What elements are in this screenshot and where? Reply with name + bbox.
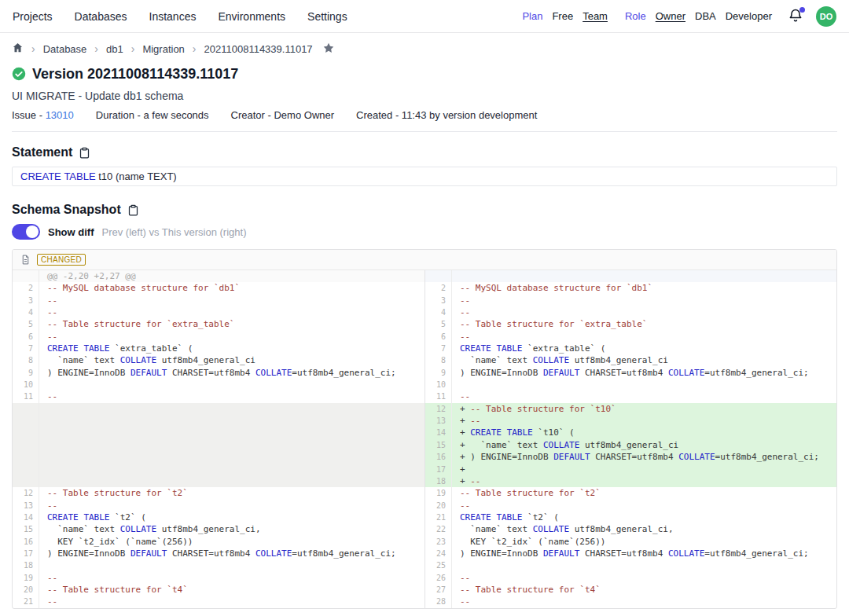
code-line: [452, 270, 836, 282]
diff-row: 22 `name` text COLLATE utf8mb4_general_c…: [425, 523, 836, 535]
show-diff-toggle[interactable]: [12, 224, 40, 240]
breadcrumb-item-db1[interactable]: db1: [106, 43, 123, 55]
nav-item-databases[interactable]: Databases: [75, 10, 127, 23]
code-line: + -- Table structure for `t10`: [452, 403, 836, 415]
line-number: 15: [13, 523, 39, 535]
role-options: OwnerDBADeveloper: [656, 10, 772, 22]
title-row: Version 20211008114339.11017: [12, 64, 837, 83]
role-option-dba[interactable]: DBA: [695, 10, 716, 22]
line-number: 26: [425, 572, 452, 584]
top-navbar: ProjectsDatabasesInstancesEnvironmentsSe…: [0, 0, 849, 33]
plan-option-team[interactable]: Team: [583, 10, 608, 22]
diff-row: 4--: [13, 306, 424, 318]
diff-row: 14CREATE TABLE `t2` (: [13, 512, 424, 523]
schema-diff-panel: CHANGED @@ -2,20 +2,27 @@2-- MySQL datab…: [12, 249, 837, 609]
line-number: 8: [13, 354, 39, 366]
diff-row: 5-- Table structure for `extra_table`: [13, 318, 424, 330]
code-line: --: [39, 572, 424, 584]
version-status-check-icon: [12, 67, 26, 81]
breadcrumb-item-database[interactable]: Database: [43, 43, 87, 55]
diff-row: 14+ CREATE TABLE `t10` (: [425, 427, 836, 438]
notification-bell-button[interactable]: [788, 8, 805, 25]
diff-row: 9) ENGINE=InnoDB DEFAULT CHARSET=utf8mb4…: [425, 367, 836, 379]
diff-row: 24) ENGINE=InnoDB DEFAULT CHARSET=utf8mb…: [425, 548, 836, 559]
code-line: [39, 475, 424, 487]
nav-right: Plan FreeTeam Role OwnerDBADeveloper DO: [522, 6, 836, 27]
code-line: + --: [452, 415, 836, 427]
diff-row: 27-- Table structure for `t4`: [425, 584, 836, 596]
code-line: --: [39, 500, 424, 512]
diff-row: 10: [425, 379, 836, 390]
section-divider: [12, 131, 837, 132]
line-number: 4: [425, 306, 452, 318]
role-option-developer[interactable]: Developer: [726, 10, 772, 22]
nav-item-settings[interactable]: Settings: [307, 10, 347, 23]
diff-row: [13, 427, 424, 438]
line-number: 27: [425, 584, 452, 596]
code-line: [39, 451, 424, 463]
favorite-star-icon[interactable]: [321, 42, 335, 57]
line-number: 16: [425, 451, 452, 463]
line-number: 17: [13, 548, 39, 559]
line-number: 10: [13, 379, 39, 390]
nav-item-instances[interactable]: Instances: [149, 10, 197, 23]
migration-subtitle: UI MIGRATE - Update db1 schema: [12, 90, 837, 103]
diff-header: CHANGED: [13, 250, 836, 270]
code-line: --: [452, 390, 836, 402]
line-number: 12: [425, 403, 452, 415]
copy-statement-icon[interactable]: [79, 147, 90, 159]
code-line: --: [452, 572, 836, 584]
code-line: -- Table structure for `t4`: [452, 584, 836, 596]
line-number: 11: [13, 390, 39, 402]
code-line: [39, 464, 424, 475]
line-number: 18: [425, 475, 452, 487]
code-line: -- Table structure for `extra_table`: [452, 318, 836, 330]
diff-row: 25: [425, 559, 836, 571]
line-number: 5: [13, 318, 39, 330]
plan-label: Plan: [522, 10, 542, 22]
line-number: [13, 475, 39, 487]
diff-row: 2-- MySQL database structure for `db1`: [425, 282, 836, 294]
diff-row: 21--: [13, 596, 424, 607]
code-line: --: [452, 306, 836, 318]
line-number: [13, 403, 39, 415]
line-number: [13, 464, 39, 475]
diff-row: 11--: [13, 390, 424, 402]
diff-row: 18+ --: [425, 475, 836, 487]
breadcrumb-separator: ›: [193, 42, 197, 55]
plan-options: FreeTeam: [552, 10, 608, 22]
line-number: 12: [13, 487, 39, 499]
code-line: + `name` text COLLATE utf8mb4_general_ci: [452, 439, 836, 451]
line-number: 9: [13, 367, 39, 379]
statement-section-heading: Statement: [12, 145, 837, 160]
issue-link[interactable]: 13010: [46, 109, 74, 121]
diff-row: 15+ `name` text COLLATE utf8mb4_general_…: [425, 439, 836, 451]
line-number: 24: [425, 548, 452, 559]
role-label: Role: [625, 10, 646, 22]
line-number: [13, 451, 39, 463]
nav-item-environments[interactable]: Environments: [218, 10, 285, 23]
code-line: [39, 415, 424, 427]
code-line: [39, 427, 424, 438]
code-line: ) ENGINE=InnoDB DEFAULT CHARSET=utf8mb4 …: [452, 367, 836, 379]
breadcrumb-item-migration[interactable]: Migration: [142, 43, 184, 55]
breadcrumb: ›Database›db1›Migration›20211008114339.1…: [12, 41, 837, 57]
copy-snapshot-icon[interactable]: [127, 204, 139, 216]
snapshot-section-heading: Schema Snapshot: [12, 202, 837, 218]
role-option-owner[interactable]: Owner: [656, 10, 685, 22]
diff-row: 3--: [13, 295, 424, 306]
avatar[interactable]: DO: [816, 6, 836, 27]
line-number: [13, 439, 39, 451]
nav-item-projects[interactable]: Projects: [13, 10, 53, 23]
role-switcher: Role OwnerDBADeveloper: [625, 10, 772, 22]
code-line: +: [452, 464, 836, 475]
meta-item-0: Issue - 13010: [12, 109, 74, 122]
plan-option-free[interactable]: Free: [552, 10, 573, 22]
breadcrumb-home-icon[interactable]: [12, 42, 24, 56]
diff-row: 16 KEY `t2_idx` (`name`(256)): [13, 536, 424, 548]
diff-row: 5-- Table structure for `extra_table`: [425, 318, 836, 330]
diff-row: 28--: [425, 596, 836, 607]
line-number: 22: [425, 523, 452, 535]
code-line: -- Table structure for `t2`: [452, 487, 836, 499]
breadcrumb-item-20211008114339.11017[interactable]: 20211008114339.11017: [204, 43, 313, 55]
